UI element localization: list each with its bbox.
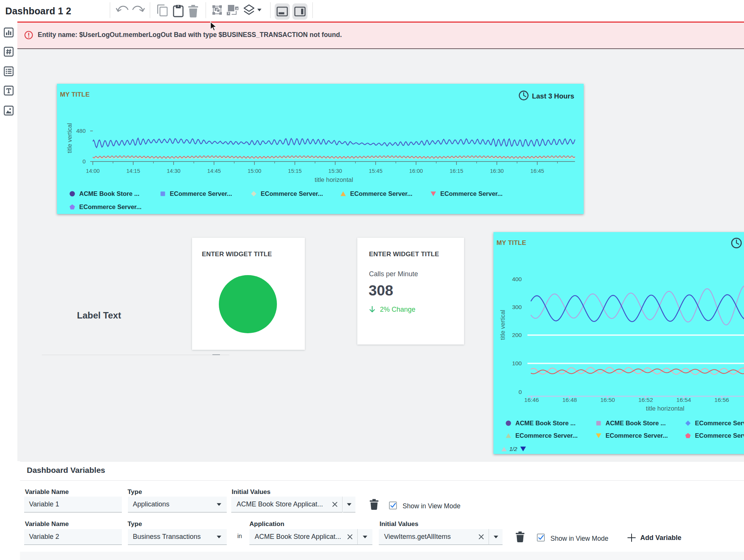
- svg-text:16:56: 16:56: [715, 397, 729, 403]
- svg-text:14:30: 14:30: [167, 168, 180, 174]
- svg-text:title vertical: title vertical: [500, 310, 506, 340]
- svg-text:200: 200: [512, 332, 522, 338]
- svg-text:15:00: 15:00: [247, 168, 261, 174]
- svg-text:100: 100: [512, 360, 522, 366]
- svg-text:0: 0: [83, 158, 86, 165]
- svg-text:16:15: 16:15: [450, 168, 463, 174]
- svg-text:title horizontal: title horizontal: [646, 405, 684, 412]
- svg-text:15:45: 15:45: [369, 168, 382, 174]
- svg-text:title vertical: title vertical: [66, 123, 73, 153]
- svg-text:16:50: 16:50: [600, 397, 615, 403]
- svg-text:16:46: 16:46: [524, 397, 539, 403]
- svg-text:16:45: 16:45: [530, 168, 544, 174]
- svg-text:14:15: 14:15: [126, 168, 140, 174]
- svg-text:15:30: 15:30: [328, 168, 342, 174]
- svg-text:400: 400: [512, 276, 522, 282]
- svg-text:0: 0: [518, 389, 522, 395]
- svg-text:14:45: 14:45: [207, 168, 221, 174]
- svg-text:15:15: 15:15: [288, 168, 301, 174]
- svg-text:480: 480: [76, 128, 86, 134]
- svg-text:16:52: 16:52: [638, 397, 653, 403]
- svg-text:title horizontal: title horizontal: [315, 176, 353, 183]
- svg-text:16:48: 16:48: [562, 397, 577, 403]
- svg-text:300: 300: [512, 304, 522, 310]
- svg-text:16:00: 16:00: [409, 168, 423, 174]
- svg-text:16:30: 16:30: [490, 168, 504, 174]
- svg-text:14:00: 14:00: [86, 168, 100, 174]
- svg-text:16:54: 16:54: [676, 397, 691, 403]
